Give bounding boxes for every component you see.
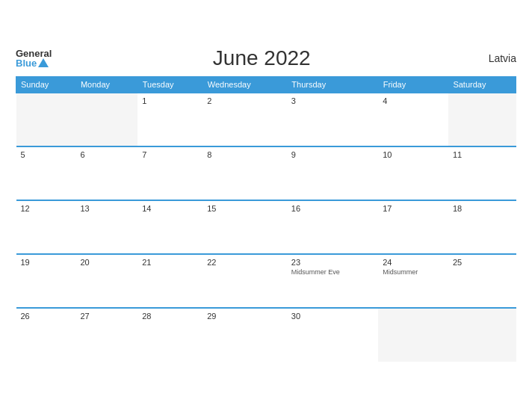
day-number: 2 [207, 96, 282, 105]
calendar-cell [448, 93, 516, 146]
day-number: 21 [142, 258, 198, 267]
calendar-cell [16, 93, 76, 146]
calendar-cell: 12 [16, 200, 76, 254]
calendar-table: SundayMondayTuesdayWednesdayThursdayFrid… [16, 76, 516, 362]
calendar-cell: 6 [75, 146, 137, 200]
calendar-cell: 4 [378, 93, 448, 146]
calendar-cell: 7 [137, 146, 202, 200]
header: General Blue June 2022 Latvia [16, 46, 516, 70]
week-row-5: 2627282930 [16, 308, 516, 362]
day-number: 25 [453, 258, 512, 267]
calendar-cell: 5 [16, 146, 76, 200]
weekday-header-saturday: Saturday [448, 76, 516, 93]
day-number: 10 [383, 150, 444, 159]
calendar-cell [75, 93, 137, 146]
day-number: 20 [80, 258, 133, 267]
calendar-cell: 30 [287, 308, 378, 362]
calendar-cell: 17 [378, 200, 448, 254]
day-number: 4 [383, 96, 444, 105]
calendar-title: June 2022 [52, 46, 471, 70]
day-number: 30 [291, 312, 374, 321]
day-number: 16 [291, 204, 374, 213]
week-row-2: 567891011 [16, 146, 516, 200]
day-number: 11 [453, 150, 512, 159]
day-number: 15 [207, 204, 282, 213]
calendar-cell: 2 [202, 93, 287, 146]
calendar-cell: 29 [202, 308, 287, 362]
day-number: 13 [80, 204, 133, 213]
calendar-cell: 8 [202, 146, 287, 200]
day-number: 17 [383, 204, 444, 213]
calendar-cell: 11 [448, 146, 516, 200]
calendar-cell: 10 [378, 146, 448, 200]
calendar-cell: 28 [137, 308, 202, 362]
logo-blue-text: Blue [16, 58, 37, 68]
calendar-cell: 9 [287, 146, 378, 200]
day-number: 7 [142, 150, 198, 159]
calendar-cell [448, 308, 516, 362]
logo: General Blue [16, 49, 52, 68]
weekday-header-tuesday: Tuesday [137, 76, 202, 93]
week-row-4: 1920212223Midsummer Eve24Midsummer25 [16, 254, 516, 308]
calendar-cell: 15 [202, 200, 287, 254]
day-number: 8 [207, 150, 282, 159]
day-number: 26 [21, 312, 72, 321]
day-number: 29 [207, 312, 282, 321]
country-label: Latvia [471, 52, 516, 64]
week-row-3: 12131415161718 [16, 200, 516, 254]
day-number: 14 [142, 204, 198, 213]
holiday-label: Midsummer Eve [291, 268, 374, 276]
calendar-cell: 20 [75, 254, 137, 308]
weekday-header-wednesday: Wednesday [202, 76, 287, 93]
weekday-header-row: SundayMondayTuesdayWednesdayThursdayFrid… [16, 76, 516, 93]
calendar-cell [378, 308, 448, 362]
day-number: 24 [383, 258, 444, 267]
holiday-label: Midsummer [383, 268, 444, 276]
calendar-cell: 16 [287, 200, 378, 254]
calendar-cell: 19 [16, 254, 76, 308]
calendar-cell: 27 [75, 308, 137, 362]
calendar-cell: 3 [287, 93, 378, 146]
day-number: 3 [291, 96, 374, 105]
day-number: 12 [21, 204, 72, 213]
day-number: 23 [291, 258, 374, 267]
day-number: 19 [21, 258, 72, 267]
day-number: 9 [291, 150, 374, 159]
calendar-cell: 21 [137, 254, 202, 308]
calendar-cell: 14 [137, 200, 202, 254]
logo-general-text: General [16, 49, 52, 58]
day-number: 27 [80, 312, 133, 321]
weekday-header-monday: Monday [75, 76, 137, 93]
weekday-header-thursday: Thursday [287, 76, 378, 93]
calendar-cell: 22 [202, 254, 287, 308]
day-number: 22 [207, 258, 282, 267]
calendar-page: General Blue June 2022 Latvia SundayMond… [4, 39, 528, 373]
calendar-cell: 13 [75, 200, 137, 254]
calendar-cell: 23Midsummer Eve [287, 254, 378, 308]
day-number: 28 [142, 312, 198, 321]
calendar-cell: 18 [448, 200, 516, 254]
weekday-header-friday: Friday [378, 76, 448, 93]
day-number: 18 [453, 204, 512, 213]
calendar-cell: 25 [448, 254, 516, 308]
day-number: 5 [21, 150, 72, 159]
weekday-header-sunday: Sunday [16, 76, 76, 93]
calendar-cell: 24Midsummer [378, 254, 448, 308]
day-number: 1 [142, 96, 198, 105]
logo-triangle-icon [38, 58, 49, 67]
week-row-1: 1234 [16, 93, 516, 146]
day-number: 6 [80, 150, 133, 159]
calendar-cell: 1 [137, 93, 202, 146]
calendar-cell: 26 [16, 308, 76, 362]
